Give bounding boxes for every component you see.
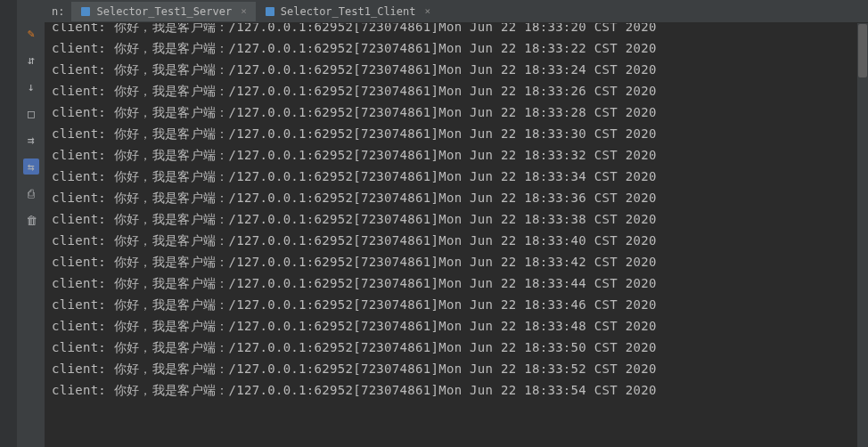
vertical-scrollbar[interactable]	[857, 23, 868, 447]
tab-selector_test1_client[interactable]: Selector_Test1_Client×	[256, 2, 439, 21]
console-line: client: 你好，我是客户端：/127.0.0.1:62952[723074…	[45, 144, 868, 166]
debug-icon[interactable]: ⇵	[23, 52, 39, 68]
console-line: client: 你好，我是客户端：/127.0.0.1:62952[723074…	[45, 123, 868, 144]
tab-label: Selector_Test1_Server	[96, 5, 232, 18]
wrap-icon[interactable]: ⇉	[23, 132, 39, 148]
console-line: client: 你好，我是客户端：/127.0.0.1:62952[723074…	[45, 102, 868, 123]
soft-wrap-icon[interactable]: ⇆	[23, 158, 39, 175]
close-icon[interactable]: ×	[425, 5, 431, 17]
console-line: client: 你好，我是客户端：/127.0.0.1:62952[723074…	[45, 80, 868, 102]
console-line: client: 你好，我是客户端：/127.0.0.1:62952[723074…	[45, 337, 868, 358]
scrollbar-thumb[interactable]	[858, 24, 867, 77]
run-config-icon	[265, 6, 275, 17]
delete-icon[interactable]: 🗑	[23, 212, 39, 228]
console-line: client: 你好，我是客户端：/127.0.0.1:62952[723074…	[45, 187, 868, 208]
stop-icon[interactable]: □	[23, 105, 39, 121]
console-output: client: 你好，我是客户端：/127.0.0.1:62952[723074…	[45, 23, 868, 447]
run-config-icon	[80, 6, 91, 17]
console-line: client: 你好，我是客户端：/127.0.0.1:62952[723074…	[45, 272, 868, 294]
close-icon[interactable]: ×	[241, 5, 247, 17]
print-icon[interactable]: ⎙	[23, 185, 39, 201]
console-line: client: 你好，我是客户端：/127.0.0.1:62952[723074…	[45, 166, 868, 187]
tab-label: Selector_Test1_Client	[281, 5, 416, 18]
console-line: client: 你好，我是客户端：/127.0.0.1:62952[723074…	[45, 37, 868, 59]
svg-rect-0	[81, 7, 90, 16]
run-label: n:	[45, 5, 71, 18]
console-line: client: 你好，我是客户端：/127.0.0.1:62952[723074…	[45, 59, 868, 80]
tab-bar: n: Selector_Test1_Server×Selector_Test1_…	[45, 0, 868, 23]
left-gutter	[0, 0, 18, 447]
scroll-icon[interactable]: ↓	[23, 78, 39, 94]
tab-selector_test1_server[interactable]: Selector_Test1_Server×	[71, 2, 255, 21]
svg-rect-1	[266, 7, 274, 16]
console-line: client: 你好，我是客户端：/127.0.0.1:62952[723074…	[45, 251, 868, 272]
console-toolbar: ✎⇵↓□⇉⇆⎙🗑	[18, 0, 45, 447]
console-line: client: 你好，我是客户端：/127.0.0.1:62952[723074…	[45, 294, 868, 315]
edit-icon[interactable]: ✎	[23, 25, 39, 41]
console-line: client: 你好，我是客户端：/127.0.0.1:62952[723074…	[45, 23, 868, 37]
console-line: client: 你好，我是客户端：/127.0.0.1:62952[723074…	[45, 315, 868, 337]
console-line: client: 你好，我是客户端：/127.0.0.1:62952[723074…	[45, 379, 868, 401]
console-line: client: 你好，我是客户端：/127.0.0.1:62952[723074…	[45, 358, 868, 379]
console-line: client: 你好，我是客户端：/127.0.0.1:62952[723074…	[45, 230, 868, 251]
console-line: client: 你好，我是客户端：/127.0.0.1:62952[723074…	[45, 208, 868, 230]
